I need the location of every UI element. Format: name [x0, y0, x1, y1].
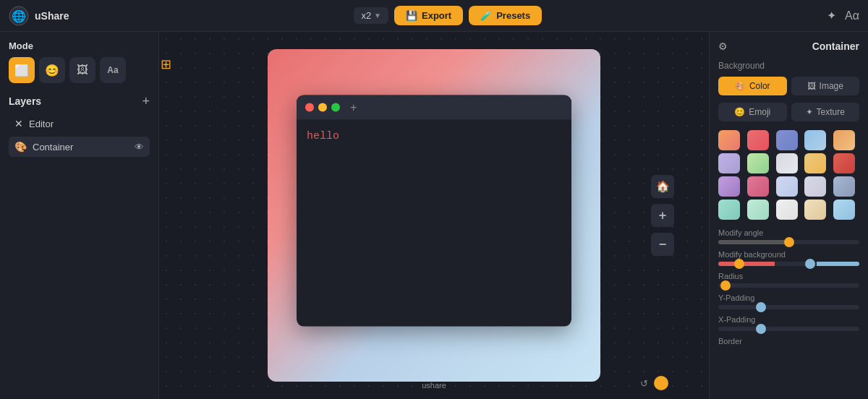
color-label: Color [749, 81, 770, 91]
terminal-new-tab-icon: + [350, 101, 357, 114]
emoji-label: Emoji [749, 107, 770, 117]
swatch-2[interactable] [747, 130, 769, 150]
swatch-13[interactable] [776, 176, 798, 197]
radius-section: Radius [718, 272, 859, 288]
app-name: uShare [35, 10, 69, 22]
layers-title: Layers [9, 95, 41, 107]
angle-slider-fill [718, 240, 789, 244]
swatch-9[interactable] [804, 153, 826, 173]
mode-buttons: ⬜ 😊 🖼 Aa [9, 57, 150, 83]
canvas-watermark-text: ushare [422, 381, 446, 390]
canvas-watermark-container: ushare [315, 379, 553, 390]
ypadding-label: Y-Padding [718, 293, 859, 302]
angle-slider-track[interactable] [718, 240, 859, 244]
main-layout: Mode ⬜ 😊 🖼 Aa ⊞ Layers + ✕ Editor 🎨 Cont… [0, 32, 868, 399]
mode-btn-square[interactable]: ⬜ [9, 57, 35, 83]
window-dot-green [331, 103, 340, 112]
terminal-body: hello [297, 120, 571, 153]
zoom-control[interactable]: x2 ▼ [354, 7, 388, 24]
canvas-home-button[interactable]: 🏠 [651, 175, 674, 198]
swatch-15[interactable] [833, 176, 855, 197]
layer-name-editor: Editor [29, 119, 144, 129]
export-icon: 💾 [406, 10, 417, 21]
mode-section: Mode ⬜ 😊 🖼 Aa [9, 40, 150, 95]
terminal-text: hello [307, 130, 339, 142]
topbar-right: ✦ Aα [827, 9, 859, 22]
swatch-12[interactable] [747, 176, 769, 197]
ypadding-slider-track[interactable] [718, 305, 859, 309]
ypadding-slider-thumb[interactable] [756, 302, 766, 312]
presets-icon: 🧪 [480, 10, 492, 21]
topbar: 🌐 uShare x2 ▼ 💾 Export 🧪 Presets ✦ Aα [0, 0, 868, 32]
swatch-7[interactable] [747, 153, 769, 173]
ypadding-section: Y-Padding [718, 293, 859, 309]
angle-slider-label: Modify angle [718, 228, 859, 237]
swatch-8[interactable] [776, 153, 798, 173]
swatch-11[interactable] [718, 176, 740, 197]
layers-add-button[interactable]: + [142, 95, 150, 108]
texture-label: Texture [817, 107, 845, 117]
brightness-icon-button[interactable]: ✦ [827, 9, 836, 22]
presets-button[interactable]: 🧪 Presets [469, 6, 542, 25]
layer-item-editor[interactable]: ✕ Editor [9, 113, 150, 134]
swatch-6[interactable] [718, 153, 740, 173]
swatch-17[interactable] [747, 200, 769, 220]
swatch-5[interactable] [833, 130, 855, 150]
layer-eye-icon[interactable]: 👁 [135, 142, 144, 153]
mode-btn-image[interactable]: 🖼 [69, 57, 95, 83]
bg-type-row2: 😊 Emoji ✦ Texture [718, 103, 859, 121]
xpadding-slider-thumb[interactable] [756, 324, 766, 334]
bg-type-color-button[interactable]: 🎨 Color [718, 77, 787, 95]
image-label: Image [820, 81, 843, 91]
canvas-right-toolbar: 🏠 + − [651, 175, 674, 256]
export-button[interactable]: 💾 Export [394, 6, 463, 25]
color-icon: 🎨 [735, 81, 746, 91]
canvas-zoom-out-button[interactable]: − [651, 233, 674, 256]
layers-panel-icon: ⊞ [161, 56, 171, 72]
bg-type-image-button[interactable]: 🖼 Image [791, 77, 860, 95]
container-panel-title: Container [812, 40, 859, 52]
mode-btn-emoji[interactable]: 😊 [39, 57, 65, 83]
emoji-icon: 😊 [734, 107, 745, 117]
bg-type-texture-button[interactable]: ✦ Texture [791, 103, 860, 121]
window-dot-yellow [318, 103, 327, 112]
mode-btn-text[interactable]: Aa [100, 57, 126, 83]
radius-slider-track[interactable] [718, 283, 859, 288]
xpadding-slider-track[interactable] [718, 327, 859, 331]
xpadding-label: X-Padding [718, 315, 859, 324]
swatch-18[interactable] [776, 200, 798, 220]
canvas-orange-dot [654, 376, 668, 390]
topbar-center: x2 ▼ 💾 Export 🧪 Presets [354, 6, 542, 25]
swatch-20[interactable] [833, 200, 855, 220]
bg-slider-left-thumb[interactable] [734, 259, 744, 269]
bg-slider-right-thumb[interactable] [805, 259, 815, 269]
angle-slider-thumb[interactable] [784, 237, 794, 247]
swatch-3[interactable] [776, 130, 798, 150]
translate-icon-button[interactable]: Aα [845, 9, 859, 22]
mode-title: Mode [9, 40, 150, 51]
background-section-label: Background [718, 61, 859, 71]
swatch-1[interactable] [718, 130, 740, 150]
radius-slider-thumb[interactable] [720, 280, 731, 291]
swatch-16[interactable] [718, 200, 740, 220]
right-panel-header: ⚙ Container [718, 40, 859, 52]
swatch-19[interactable] [804, 200, 826, 220]
bg-slider-section: Modify background [718, 250, 859, 266]
window-dot-red [305, 103, 314, 112]
swatch-10[interactable] [833, 153, 855, 173]
canvas-zoom-in-button[interactable]: + [651, 204, 674, 227]
swatch-14[interactable] [804, 176, 826, 197]
canvas-background: + hello [268, 49, 600, 382]
terminal-window: + hello [297, 95, 571, 327]
bg-type-buttons: 🎨 Color 🖼 Image [718, 77, 859, 95]
zoom-label: x2 [361, 10, 371, 21]
swatch-4[interactable] [804, 130, 826, 150]
layer-item-container[interactable]: 🎨 Container 👁 [9, 137, 150, 157]
layer-name-container: Container [33, 142, 129, 153]
bg-type-emoji-button[interactable]: 😊 Emoji [718, 103, 787, 121]
bg-slider-track[interactable] [718, 262, 859, 266]
xpadding-section: X-Padding [718, 315, 859, 331]
image-icon: 🖼 [807, 81, 816, 91]
panel-filter-icon-button[interactable]: ⚙ [718, 40, 728, 52]
terminal-titlebar: + [297, 95, 571, 120]
